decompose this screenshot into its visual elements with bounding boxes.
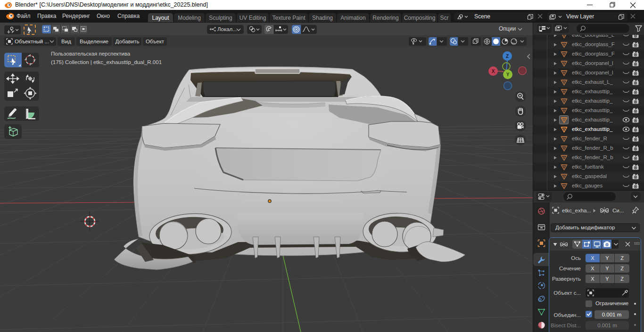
svg-text:Z: Z xyxy=(506,54,509,59)
svg-text:Y: Y xyxy=(506,72,510,77)
svg-text:X: X xyxy=(492,69,495,74)
